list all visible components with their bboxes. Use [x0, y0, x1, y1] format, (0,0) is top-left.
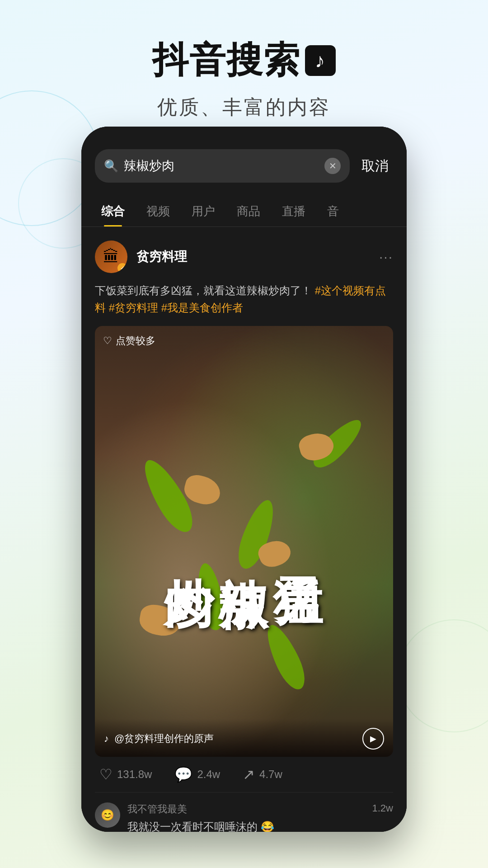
more-options-button[interactable]: ··· — [379, 249, 393, 264]
interaction-row: ♡ 131.8w 💬 2.4w ↗ 4.7w — [95, 757, 393, 792]
shares-count: 4.7w — [259, 768, 282, 781]
play-button[interactable]: ▶ — [362, 728, 384, 750]
tab-label-0: 综合 — [101, 204, 125, 218]
clear-search-button[interactable]: ✕ — [324, 158, 341, 174]
commenter-emoji: 😊 — [101, 809, 114, 821]
phone-frame: 🔍 辣椒炒肉 ✕ 取消 综合 视频 用户 商品 — [81, 127, 407, 832]
content-area: ✓ 贫穷料理 ··· 下饭菜到底有多凶猛，就看这道辣椒炒肉了！ #这个视频有点料… — [81, 227, 407, 832]
subtitle-text: 优质、丰富的内容 — [0, 94, 488, 121]
app-title: 抖音搜索 ♪ — [152, 36, 336, 85]
comment-avatar: 😊 — [95, 802, 120, 828]
header-section: 抖音搜索 ♪ 优质、丰富的内容 — [0, 0, 488, 121]
share-icon: ↗ — [243, 766, 255, 783]
likes-count: 131.8w — [117, 768, 152, 781]
comment-text: 我就没一次看时不咽唾沫的 😂 — [127, 819, 365, 832]
like-button[interactable]: ♡ 131.8w — [99, 766, 152, 783]
tab-label-3: 商品 — [237, 204, 260, 218]
tab-label-1: 视频 — [146, 204, 170, 218]
tab-label-2: 用户 — [192, 204, 215, 218]
search-icon: 🔍 — [104, 159, 118, 173]
tab-label-4: 直播 — [282, 204, 305, 218]
phone-mockup: 🔍 辣椒炒肉 ✕ 取消 综合 视频 用户 商品 — [81, 127, 407, 832]
comment-button[interactable]: 💬 2.4w — [174, 766, 220, 783]
video-text-overlay: 勇猛辣椒炒肉 — [95, 326, 393, 757]
avatar[interactable]: ✓ — [95, 241, 127, 273]
comments-count: 2.4w — [197, 768, 220, 781]
tiktok-watermark-icon: ♪ — [104, 733, 109, 745]
cancel-button[interactable]: 取消 — [357, 157, 393, 175]
comment-icon: 💬 — [174, 766, 192, 783]
verified-badge: ✓ — [117, 263, 127, 273]
tab-bar: 综合 视频 用户 商品 直播 音 — [81, 192, 407, 227]
user-row: ✓ 贫穷料理 ··· — [95, 241, 393, 273]
tab-comprehensive[interactable]: 综合 — [90, 196, 136, 226]
video-card[interactable]: ♡ 点赞较多 勇猛辣椒炒肉 ♪ @贫穷料理创作的原声 ▶ — [95, 326, 393, 757]
heart-interact-icon: ♡ — [99, 766, 113, 783]
commenter-name: 我不管我最美 — [127, 802, 365, 816]
post-description: 下饭菜到底有多凶猛，就看这道辣椒炒肉了！ #这个视频有点料 #贫穷料理 #我是美… — [95, 282, 393, 317]
bg-decoration-3 — [398, 619, 488, 732]
post-desc-text: 下饭菜到底有多凶猛，就看这道辣椒炒肉了！ — [95, 284, 312, 297]
comment-count: 1.2w — [372, 802, 393, 814]
title-text: 抖音搜索 — [152, 36, 300, 85]
video-bottom-bar: ♪ @贫穷料理创作的原声 ▶ — [95, 719, 393, 757]
comment-row: 😊 我不管我最美 我就没一次看时不咽唾沫的 😂 1.2w — [95, 797, 393, 832]
search-input-container[interactable]: 🔍 辣椒炒肉 ✕ — [95, 149, 350, 183]
search-bar-area: 🔍 辣椒炒肉 ✕ 取消 — [81, 127, 407, 192]
tab-video[interactable]: 视频 — [136, 196, 181, 226]
comment-section: 😊 我不管我最美 我就没一次看时不咽唾沫的 😂 1.2w — [95, 792, 393, 832]
tab-user[interactable]: 用户 — [181, 196, 226, 226]
search-query-text: 辣椒炒肉 — [124, 157, 319, 175]
calligraphy-text: 勇猛辣椒炒肉 — [162, 538, 326, 545]
tab-live[interactable]: 直播 — [271, 196, 316, 226]
tiktok-logo-icon: ♪ — [305, 45, 336, 76]
tab-label-5: 音 — [327, 204, 339, 218]
phone-screen: 🔍 辣椒炒肉 ✕ 取消 综合 视频 用户 商品 — [81, 127, 407, 832]
audio-text: @贫穷料理创作的原声 — [114, 732, 357, 745]
tab-audio[interactable]: 音 — [316, 196, 350, 226]
username[interactable]: 贫穷料理 — [136, 248, 370, 265]
share-button[interactable]: ↗ 4.7w — [243, 766, 282, 783]
comment-content: 我不管我最美 我就没一次看时不咽唾沫的 😂 — [127, 802, 365, 832]
tab-product[interactable]: 商品 — [226, 196, 271, 226]
